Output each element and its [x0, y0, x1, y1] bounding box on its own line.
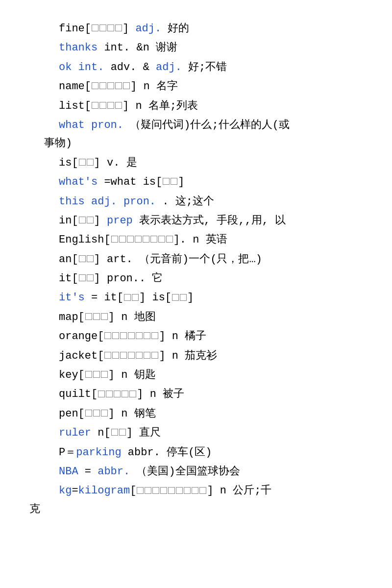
def-is: 是	[126, 157, 137, 169]
dictionary-entries: fine[] adj. 好的 thanks int. &n 谢谢 ok int.…	[29, 20, 377, 518]
pos-parking: abbr.	[128, 446, 160, 459]
entry-nba: NBA = abbr. （美国)全国篮球协会	[29, 463, 377, 481]
def-what: （疑问代词)什么;什么样的人(或	[130, 119, 290, 131]
pos-ok-adj: adj.	[156, 61, 182, 74]
word-pen: pen[]	[59, 408, 115, 420]
word-fine: fine[]	[59, 23, 129, 35]
pos-thanks: int.	[104, 42, 130, 54]
word-whats: what's	[59, 176, 98, 188]
entry-ruler: ruler n[] 直尺	[29, 424, 377, 442]
pos-map: n	[121, 311, 127, 323]
equals-its: = it[]	[91, 292, 146, 304]
def-parking: 停车(区)	[167, 446, 212, 459]
word-key: key[]	[59, 369, 115, 381]
word-ruler: ruler	[59, 427, 91, 439]
entry-in: in[] prep 表示表达方式, 手段,,用, 以	[29, 212, 377, 230]
def-pen: 钢笔	[134, 408, 156, 420]
def-english: 英语	[206, 234, 227, 246]
pos-jacket: n	[172, 350, 178, 362]
entry-is: is[] v. 是	[29, 154, 377, 172]
pos-pen: n	[121, 408, 127, 420]
entry-this: this adj. pron. . 这;这个	[29, 193, 377, 211]
pos-quilt: n	[150, 388, 156, 400]
def-it: 它	[152, 272, 163, 285]
pos-orange: n	[172, 330, 178, 343]
word-ok: ok	[59, 61, 72, 74]
kilogram-kg: kilogram	[78, 485, 130, 497]
word-in: in[]	[59, 215, 100, 227]
def-kg: 公斤;千	[233, 485, 271, 497]
word-parking: P＝	[59, 446, 76, 459]
entry-it: it[] pron.. 它	[29, 270, 377, 288]
word-is: is[]	[59, 157, 100, 169]
word-parking-blue: parking	[76, 446, 121, 459]
word-kg: kg	[59, 485, 72, 497]
entry-thanks: thanks int. &n 谢谢	[29, 39, 377, 57]
pos-what: pron.	[91, 119, 123, 131]
entry-an: an[] art. （元音前)一个(只，把…)	[29, 250, 377, 269]
entry-name: name[] n 名字	[29, 77, 377, 96]
entry-jacket: jacket[] n 茄克衫	[29, 347, 377, 365]
word-it: it[]	[59, 272, 100, 285]
pos-fine: adj.	[135, 23, 161, 35]
word-map: map[]	[59, 311, 115, 323]
entry-whats: what's =what is[]	[29, 173, 377, 191]
entry-key: key[] n 钥匙	[29, 366, 377, 384]
word-english: English[].	[59, 234, 186, 246]
pos-it: pron..	[107, 272, 146, 285]
def-map: 地图	[134, 311, 156, 323]
entry-map: map[] n 地图	[29, 308, 377, 326]
def-fine: 好的	[168, 23, 189, 35]
entry-ok: ok int. adv. & adj. 好;不错	[29, 58, 377, 76]
equals-nba: =	[85, 466, 98, 478]
word-nba: NBA	[59, 466, 78, 478]
pos-an: art.	[107, 253, 133, 266]
pos-this: adj. pron.	[91, 196, 156, 208]
def-key: 钥匙	[134, 369, 156, 381]
def-ruler: 直尺	[139, 427, 161, 439]
entry-parking: P＝parking abbr. 停车(区)	[29, 443, 377, 462]
pos-ruler: n[]	[98, 427, 133, 439]
def-name: 名字	[156, 80, 178, 93]
pos-key: n	[121, 369, 127, 381]
equals2-its: is[]	[152, 292, 194, 304]
def-kg-cont: 克	[29, 503, 40, 515]
pos-list: n	[135, 100, 142, 112]
word-its: it's	[59, 292, 85, 304]
pos-english: n	[193, 234, 199, 246]
phonetic-kg: []	[130, 485, 213, 497]
def-list: 名单;列表	[148, 100, 198, 112]
word-this: this	[59, 196, 85, 208]
word-jacket: jacket[]	[59, 350, 166, 362]
def-in: 表示表达方式, 手段,,用, 以	[139, 215, 286, 227]
word-list: list[]	[59, 100, 129, 112]
def-quilt: 被子	[163, 388, 184, 400]
extra-thanks: &n	[136, 42, 149, 54]
def-jacket: 茄克衫	[185, 350, 217, 362]
extra-ok: adv. &	[111, 61, 156, 74]
pos-kg: n	[220, 485, 226, 497]
word-an: an[]	[59, 253, 100, 266]
word-thanks: thanks	[59, 42, 98, 54]
word-quilt: quilt[]	[59, 388, 143, 400]
word-orange: orange[]	[59, 330, 166, 343]
def-nba: （美国)全国篮球协会	[136, 466, 240, 478]
word-name: name[]	[59, 80, 137, 93]
entry-english: English[]. n 英语	[29, 231, 377, 249]
equals-kg: =	[72, 485, 78, 497]
def-thanks: 谢谢	[156, 42, 177, 54]
entry-pen: pen[] n 钢笔	[29, 405, 377, 423]
def-this: . 这;这个	[162, 196, 214, 208]
entry-fine: fine[] adj. 好的	[29, 20, 377, 38]
pos-ok: int.	[78, 61, 104, 74]
word-what: what	[59, 119, 85, 131]
entry-quilt: quilt[] n 被子	[29, 385, 377, 403]
def-what-cont: 事物)	[44, 134, 72, 152]
def-an: （元音前)一个(只，把…)	[139, 253, 262, 266]
entry-orange: orange[] n 橘子	[29, 327, 377, 345]
def-orange: 橘子	[185, 330, 206, 343]
pos-is: v.	[107, 157, 120, 169]
pos-in: prep	[107, 215, 133, 227]
entry-what: what pron. （疑问代词)什么;什么样的人(或 事物)	[29, 116, 377, 153]
pos-name: n	[143, 80, 149, 93]
